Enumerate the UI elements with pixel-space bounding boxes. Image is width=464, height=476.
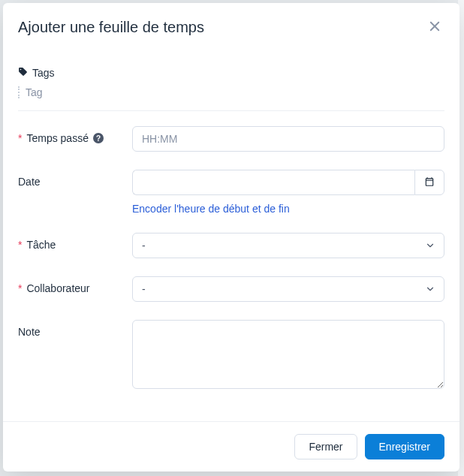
close-icon bbox=[428, 20, 441, 35]
label-collaborator: * Collaborateur bbox=[18, 276, 132, 294]
help-icon[interactable]: ? bbox=[93, 133, 104, 143]
label-date-text: Date bbox=[18, 176, 41, 188]
time-spent-input[interactable] bbox=[132, 126, 444, 152]
label-note: Note bbox=[18, 320, 132, 338]
tags-label-row: Tags bbox=[18, 67, 444, 79]
control-task: - bbox=[132, 233, 444, 258]
required-star: * bbox=[18, 282, 22, 294]
date-input[interactable] bbox=[132, 170, 414, 195]
label-time-spent: * Temps passé ? bbox=[18, 126, 132, 144]
tags-label: Tags bbox=[32, 67, 55, 79]
save-button[interactable]: Enregistrer bbox=[365, 434, 444, 459]
tag-icon bbox=[18, 67, 28, 79]
date-picker-button[interactable] bbox=[414, 170, 444, 195]
required-star: * bbox=[18, 132, 22, 144]
label-note-text: Note bbox=[18, 326, 41, 338]
modal-body: Tags Tag * Temps passé ? Date bbox=[3, 50, 459, 421]
timesheet-modal: Ajouter une feuille de temps Tags Tag bbox=[3, 3, 459, 471]
close-footer-button[interactable]: Fermer bbox=[294, 434, 357, 459]
control-date: Encoder l'heure de début et de fin bbox=[132, 170, 444, 215]
control-time-spent bbox=[132, 126, 444, 152]
label-task: * Tâche bbox=[18, 233, 132, 251]
close-button[interactable] bbox=[425, 17, 444, 38]
row-date: Date Encoder l'heure de début et de fin bbox=[18, 170, 444, 215]
tags-section: Tags Tag bbox=[18, 67, 444, 111]
tag-placeholder: Tag bbox=[26, 86, 43, 98]
date-input-group bbox=[132, 170, 444, 195]
row-collaborator: * Collaborateur - bbox=[18, 276, 444, 302]
label-collaborator-text: Collaborateur bbox=[26, 282, 89, 294]
label-date: Date bbox=[18, 170, 132, 188]
modal-footer: Fermer Enregistrer bbox=[3, 421, 459, 471]
row-time-spent: * Temps passé ? bbox=[18, 126, 444, 152]
control-collaborator: - bbox=[132, 276, 444, 302]
row-note: Note bbox=[18, 320, 444, 391]
note-textarea[interactable] bbox=[132, 320, 444, 389]
modal-header: Ajouter une feuille de temps bbox=[3, 3, 459, 50]
task-select[interactable]: - bbox=[132, 233, 444, 258]
required-star: * bbox=[18, 239, 22, 251]
tag-input[interactable]: Tag bbox=[18, 86, 444, 98]
collaborator-select[interactable]: - bbox=[132, 276, 444, 302]
calendar-icon bbox=[424, 176, 435, 189]
control-note bbox=[132, 320, 444, 391]
encode-time-link[interactable]: Encoder l'heure de début et de fin bbox=[132, 203, 290, 215]
label-task-text: Tâche bbox=[26, 239, 56, 251]
row-task: * Tâche - bbox=[18, 233, 444, 258]
label-time-spent-text: Temps passé bbox=[26, 132, 88, 144]
modal-title: Ajouter une feuille de temps bbox=[18, 19, 204, 36]
